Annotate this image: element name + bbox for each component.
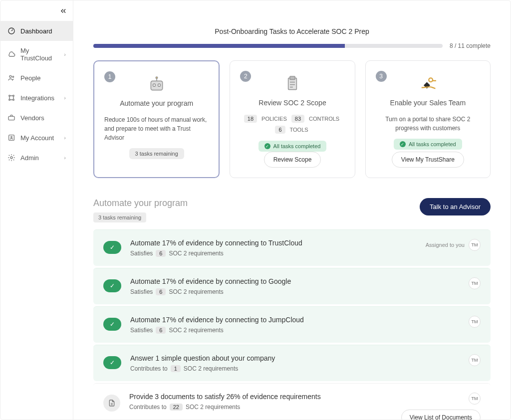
sidebar-item-integrations[interactable]: Integrations › xyxy=(0,88,73,108)
tools-label: TOOLS xyxy=(288,126,310,134)
avatar[interactable]: TM xyxy=(469,277,481,289)
task-subtitle: Satisfies 6 SOC 2 requirements xyxy=(130,288,460,295)
onboarding-cards: 1 Automate your program Reduce 100s of h… xyxy=(93,60,491,178)
task-sub-suffix: SOC 2 requirements xyxy=(169,288,223,295)
policies-count: 18 xyxy=(244,115,257,123)
sidebar-item-admin[interactable]: Admin › xyxy=(0,148,73,168)
card-number: 2 xyxy=(240,71,251,82)
task-row[interactable]: ✓ Automate 17% of evidence by connecting… xyxy=(93,268,491,304)
card-number: 1 xyxy=(104,71,115,82)
integrations-icon xyxy=(7,94,15,102)
svg-point-4 xyxy=(13,95,14,97)
sidebar-item-label: Vendors xyxy=(20,114,44,122)
progress-fill xyxy=(93,44,345,48)
review-scope-button[interactable]: Review Scope xyxy=(264,152,321,168)
task-title: Automate 17% of evidence by connecting t… xyxy=(130,277,460,285)
card-title: Enable your Sales Team xyxy=(390,99,466,107)
task-row[interactable]: ✓ Automate 17% of evidence by connecting… xyxy=(93,229,491,266)
task-sub-prefix: Satisfies xyxy=(130,288,153,295)
check-icon: ✓ xyxy=(103,356,121,369)
svg-point-5 xyxy=(9,99,10,101)
check-icon: ✓ xyxy=(103,241,121,254)
task-subtitle: Satisfies 6 SOC 2 requirements xyxy=(130,327,460,334)
section-header: Automate your program 3 tasks remaining … xyxy=(93,198,491,222)
sidebar-collapse-icon[interactable] xyxy=(60,7,67,16)
document-icon xyxy=(103,395,120,412)
sidebar-item-vendors[interactable]: Vendors xyxy=(0,108,73,128)
robot-icon xyxy=(147,73,167,95)
svg-point-10 xyxy=(10,157,12,159)
task-title: Provide 3 documents to satisfy 26% of ev… xyxy=(129,393,392,401)
avatar[interactable]: TM xyxy=(469,393,481,405)
task-count: 6 xyxy=(156,250,166,257)
task-subtitle: Contributes to 22 SOC 2 requirements xyxy=(129,404,392,411)
sidebar-item-myaccount[interactable]: My Account › xyxy=(0,128,73,148)
key-hand-icon xyxy=(418,73,438,95)
chevron-right-icon: › xyxy=(64,135,66,141)
section-remaining-pill: 3 tasks remaining xyxy=(93,212,146,222)
policies-label: POLICIES xyxy=(260,115,288,123)
svg-point-9 xyxy=(11,136,12,138)
card-status: All tasks completed xyxy=(258,141,327,152)
card-title: Review SOC 2 Scope xyxy=(258,99,326,107)
sidebar-item-label: Dashboard xyxy=(20,27,52,35)
main-content: Post-Onboarding Tasks to Accelerate SOC … xyxy=(73,0,511,420)
task-sub-suffix: SOC 2 requirements xyxy=(184,365,238,372)
task-list: ✓ Automate 17% of evidence by connecting… xyxy=(93,229,491,420)
briefcase-icon xyxy=(7,114,15,122)
card-automate-program[interactable]: 1 Automate your program Reduce 100s of h… xyxy=(93,60,220,178)
avatar[interactable]: TM xyxy=(469,316,481,328)
sidebar-item-label: My Account xyxy=(20,134,54,142)
card-review-scope[interactable]: 2 Review SOC 2 Scope 18 POLICIES 83 CONT… xyxy=(230,60,355,178)
card-description: Reduce 100s of hours of manual work, and… xyxy=(104,115,209,142)
chevron-right-icon: › xyxy=(64,51,66,57)
task-sub-suffix: SOC 2 requirements xyxy=(169,250,223,257)
svg-point-18 xyxy=(429,78,433,82)
sidebar-item-label: People xyxy=(20,74,40,82)
card-number: 3 xyxy=(376,71,387,82)
sidebar-item-dashboard[interactable]: Dashboard xyxy=(0,21,73,41)
task-row[interactable]: ✓ Automate 17% of evidence by connecting… xyxy=(93,306,491,343)
view-documents-button[interactable]: View List of Documents xyxy=(401,410,481,420)
task-row[interactable]: Provide 3 documents to satisfy 26% of ev… xyxy=(93,383,491,420)
sidebar-item-label: Admin xyxy=(20,154,39,162)
view-trustshare-button[interactable]: View My TrustShare xyxy=(392,152,464,168)
sidebar: Dashboard My TrustCloud › People Integra… xyxy=(0,0,73,420)
user-icon xyxy=(7,134,15,142)
talk-to-advisor-button[interactable]: Talk to an Advisor xyxy=(420,198,491,215)
gauge-icon xyxy=(7,27,15,35)
chevron-right-icon: › xyxy=(64,155,66,161)
svg-rect-7 xyxy=(8,116,14,120)
check-icon: ✓ xyxy=(103,318,121,331)
task-sub-prefix: Contributes to xyxy=(129,404,167,411)
progress-row: 8 / 11 complete xyxy=(93,42,491,49)
svg-point-12 xyxy=(153,84,155,86)
sidebar-item-mytrustcloud[interactable]: My TrustCloud › xyxy=(0,41,73,68)
task-title: Answer 1 simple question about your comp… xyxy=(130,354,460,362)
task-sub-suffix: SOC 2 requirements xyxy=(186,404,240,411)
chevron-right-icon: › xyxy=(64,95,66,101)
task-count: 22 xyxy=(170,404,183,411)
task-sub-suffix: SOC 2 requirements xyxy=(169,327,223,334)
clipboard-icon xyxy=(282,73,302,95)
sidebar-item-people[interactable]: People xyxy=(0,68,73,88)
task-title: Automate 17% of evidence by connecting t… xyxy=(130,316,460,324)
sidebar-item-label: Integrations xyxy=(20,94,54,102)
sidebar-item-label: My TrustCloud xyxy=(20,47,59,62)
progress-bar xyxy=(93,44,443,48)
task-subtitle: Contributes to 1 SOC 2 requirements xyxy=(130,365,460,372)
avatar[interactable]: TM xyxy=(469,239,481,251)
avatar[interactable]: TM xyxy=(469,354,481,366)
card-description: Turn on a portal to share SOC 2 progress… xyxy=(376,115,480,133)
card-title: Automate your program xyxy=(120,99,193,107)
card-enable-sales[interactable]: 3 Enable your Sales Team Turn on a porta… xyxy=(365,60,491,178)
gear-icon xyxy=(7,154,15,162)
task-sub-prefix: Satisfies xyxy=(130,250,153,257)
progress-label: 8 / 11 complete xyxy=(450,42,491,49)
task-row[interactable]: ✓ Answer 1 simple question about your co… xyxy=(93,345,491,381)
card-status: All tasks completed xyxy=(394,139,462,150)
svg-point-1 xyxy=(9,75,11,77)
svg-point-3 xyxy=(9,95,10,97)
task-subtitle: Satisfies 6 SOC 2 requirements xyxy=(130,250,417,257)
svg-rect-16 xyxy=(290,76,295,80)
